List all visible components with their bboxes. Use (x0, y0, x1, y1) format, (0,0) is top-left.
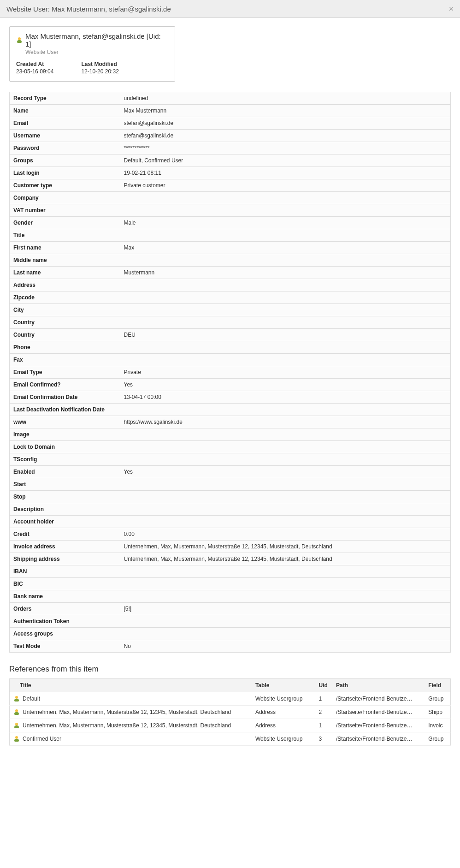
detail-row: Credit0.00 (10, 528, 451, 541)
modal-title: Website User: Max Mustermann, stefan@sga… (6, 5, 171, 13)
detail-value (120, 428, 451, 441)
detail-value (120, 441, 451, 453)
detail-row: CountryDEU (10, 329, 451, 341)
details-table: Record TypeundefinedNameMax MustermannEm… (9, 92, 451, 653)
detail-key: Gender (10, 217, 120, 229)
detail-value: Max Mustermann (120, 105, 451, 117)
reference-field: Invoic (425, 719, 450, 732)
detail-value: Unternehmen, Max, Mustermann, Musterstra… (120, 541, 451, 553)
detail-key: Password (10, 142, 120, 155)
detail-row: Start (10, 478, 451, 491)
detail-row: Last login19-02-21 08:11 (10, 167, 451, 179)
detail-row: wwwhttps://www.sgalinski.de (10, 416, 451, 428)
detail-key: Zipcode (10, 291, 120, 304)
reference-field: Shipp (425, 706, 450, 719)
reference-field: Group (425, 692, 450, 706)
detail-value: Yes (120, 379, 451, 391)
detail-key: Shipping address (10, 553, 120, 565)
detail-key: Last login (10, 167, 120, 179)
detail-key: Image (10, 428, 120, 441)
detail-value: undefined (120, 92, 451, 105)
detail-row: Country (10, 316, 451, 329)
card-title: Max Mustermann, stefan@sgalinski.de [Uid… (25, 32, 168, 48)
detail-key: VAT number (10, 204, 120, 217)
detail-key: Access groups (10, 628, 120, 640)
detail-value (120, 565, 451, 578)
reference-row[interactable]: Confirmed UserWebsite Usergroup3/Startse… (10, 732, 451, 746)
detail-row: Authentication Token (10, 615, 451, 628)
reference-table: Address (252, 706, 315, 719)
detail-row: Record Typeundefined (10, 92, 451, 105)
detail-value: Max (120, 242, 451, 254)
detail-row: VAT number (10, 204, 451, 217)
detail-value: Unternehmen, Max, Mustermann, Musterstra… (120, 553, 451, 565)
detail-row: Email Confirmation Date13-04-17 00:00 (10, 391, 451, 404)
detail-key: Country (10, 316, 120, 329)
detail-value: Private (120, 366, 451, 379)
reference-table: Address (252, 719, 315, 732)
reference-title: Unternehmen, Max, Mustermann, Musterstra… (23, 722, 231, 729)
detail-row: Usernamestefan@sgalinski.de (10, 130, 451, 142)
detail-key: Enabled (10, 466, 120, 478)
detail-value: Male (120, 217, 451, 229)
detail-row: Orders[5!] (10, 603, 451, 615)
detail-value: No (120, 640, 451, 653)
user-icon (13, 696, 20, 702)
last-modified-label: Last Modified (81, 61, 118, 67)
detail-key: TSconfig (10, 453, 120, 466)
reference-field: Group (425, 732, 450, 746)
detail-key: Name (10, 105, 120, 117)
detail-key: Invoice address (10, 541, 120, 553)
reference-row[interactable]: DefaultWebsite Usergroup1/Startseite/Fro… (10, 692, 451, 706)
reference-title-cell: Unternehmen, Max, Mustermann, Musterstra… (10, 706, 252, 719)
detail-value (120, 503, 451, 516)
reference-uid: 2 (315, 706, 333, 719)
detail-value (120, 491, 451, 503)
detail-value (120, 204, 451, 217)
detail-value (120, 341, 451, 354)
user-icon (13, 736, 20, 742)
detail-row: Company (10, 192, 451, 204)
detail-row: NameMax Mustermann (10, 105, 451, 117)
reference-path: /Startseite/Frontend-Benutze… (332, 719, 425, 732)
reference-uid: 3 (315, 732, 333, 746)
last-modified-value: 12-10-20 20:32 (81, 68, 118, 75)
detail-row: Last nameMustermann (10, 267, 451, 279)
detail-row: Title (10, 229, 451, 242)
detail-value: 0.00 (120, 528, 451, 541)
detail-row: Description (10, 503, 451, 516)
detail-key: Bank name (10, 590, 120, 603)
detail-row: First nameMax (10, 242, 451, 254)
col-field: Field (425, 679, 450, 692)
detail-value (120, 254, 451, 267)
detail-value (120, 578, 451, 590)
reference-title-cell: Unternehmen, Max, Mustermann, Musterstra… (10, 719, 252, 732)
detail-value (120, 354, 451, 366)
reference-uid: 1 (315, 692, 333, 706)
detail-value (120, 316, 451, 329)
detail-row: Access groups (10, 628, 451, 640)
detail-row: GenderMale (10, 217, 451, 229)
references-table: Title Table Uid Path Field DefaultWebsit… (9, 678, 451, 746)
detail-value (120, 478, 451, 491)
detail-value (120, 453, 451, 466)
detail-value (120, 304, 451, 316)
detail-value (120, 291, 451, 304)
reference-row[interactable]: Unternehmen, Max, Mustermann, Musterstra… (10, 706, 451, 719)
detail-key: Email Type (10, 366, 120, 379)
reference-table: Website Usergroup (252, 692, 315, 706)
detail-key: Account holder (10, 516, 120, 528)
detail-key: Middle name (10, 254, 120, 267)
detail-key: Last name (10, 267, 120, 279)
reference-path: /Startseite/Frontend-Benutze… (332, 732, 425, 746)
detail-key: Phone (10, 341, 120, 354)
detail-key: Email Confirmed? (10, 379, 120, 391)
close-icon[interactable]: × (448, 5, 454, 13)
detail-row: Lock to Domain (10, 441, 451, 453)
col-uid: Uid (315, 679, 333, 692)
detail-row: Image (10, 428, 451, 441)
reference-title: Unternehmen, Max, Mustermann, Musterstra… (23, 709, 231, 715)
reference-row[interactable]: Unternehmen, Max, Mustermann, Musterstra… (10, 719, 451, 732)
detail-row: Middle name (10, 254, 451, 267)
detail-key: Description (10, 503, 120, 516)
